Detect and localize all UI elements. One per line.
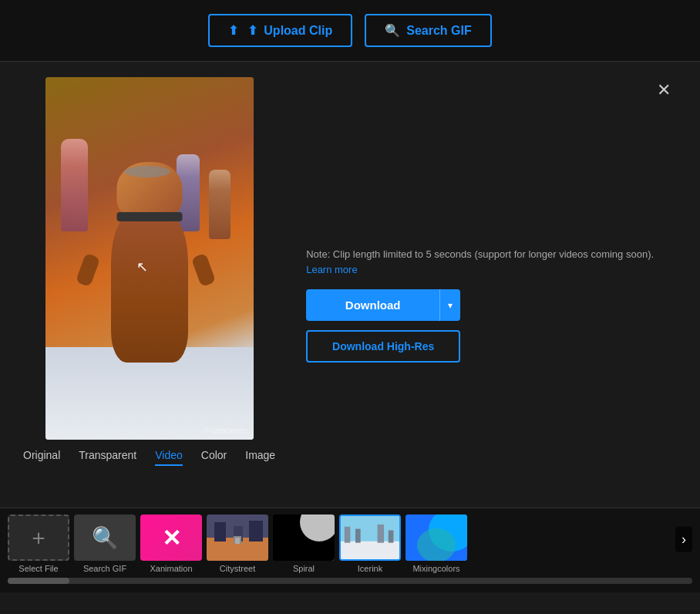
svg-rect-6 [235,538,240,544]
frisbee [124,166,170,177]
icerink-svg [341,514,399,561]
tab-color[interactable]: Color [201,449,227,466]
svg-point-17 [417,528,456,561]
film-item-spiral[interactable]: Spiral [273,514,335,573]
upload-clip-button[interactable]: ⬆ Upload Clip [208,14,352,47]
tabs-row: Original Transparent Video Color Image [23,449,275,466]
svg-rect-12 [355,529,361,543]
film-item-icerink[interactable]: Icerink [339,514,401,573]
bg-figure-1 [61,139,88,231]
learn-more-link[interactable]: Learn more [306,264,357,275]
filmstrip-scrollbar[interactable] [8,578,692,584]
download-dropdown-button[interactable]: ▾ [439,289,460,321]
filmstrip: ＋ Select File 🔍 Search GIF ✕ Xanimation [8,514,692,573]
upload-icon: ⬆ [247,23,257,38]
search-gif-thumb: 🔍 [74,514,136,561]
filmstrip-next-button[interactable]: › [675,527,692,552]
main-content: ↖ © unscreen Original Transparent Video … [0,62,700,508]
spiral-thumb [273,514,335,561]
svg-rect-14 [389,531,394,543]
film-item-select-file[interactable]: ＋ Select File [8,514,69,573]
search-gif-label: Search GIF [406,24,471,38]
search-film-icon: 🔍 [92,525,119,551]
mixingcolors-label: Mixingcolors [412,564,459,573]
paw-right [190,253,215,287]
spiral-svg [273,514,335,561]
svg-rect-13 [378,525,385,543]
search-gif-button[interactable]: 🔍 Search GIF [365,14,491,47]
bg-figure-3 [209,170,231,239]
tab-original[interactable]: Original [23,449,60,466]
filmstrip-scrollbar-thumb [8,578,69,584]
film-item-mixingcolors[interactable]: Mixingcolors [406,514,467,573]
citystreet-thumb [207,514,268,561]
download-button[interactable]: Download [306,289,439,321]
watermark: © unscreen [204,426,247,435]
select-file-label: Select File [19,564,58,573]
preview-area: ↖ © unscreen Original Transparent Video … [23,77,275,500]
spiral-label: Spiral [293,564,315,573]
plus-icon: ＋ [28,523,49,552]
svg-rect-11 [345,527,351,543]
tab-video[interactable]: Video [155,449,183,466]
citystreet-label: Citystreet [220,564,255,573]
xanim-icon: ✕ [162,525,181,552]
mixingcolors-svg [406,514,467,561]
xanimation-thumb: ✕ [140,514,202,561]
top-bar: ⬆ Upload Clip 🔍 Search GIF [0,0,700,62]
filmstrip-area: ＋ Select File 🔍 Search GIF ✕ Xanimation [0,508,700,592]
right-panel: ✕ Note: Clip length limited to 5 seconds… [291,77,677,500]
icerink-thumb [339,514,401,561]
upload-clip-label: Upload Clip [264,24,332,38]
svg-rect-2 [214,522,226,541]
film-item-citystreet[interactable]: Citystreet [207,514,268,573]
mixingcolors-thumb [406,514,467,561]
tab-image[interactable]: Image [245,449,275,466]
paw-left [75,253,99,287]
select-file-thumb: ＋ [8,514,69,561]
dog-body [111,208,188,363]
search-gif-label: Search GIF [83,564,126,573]
close-button[interactable]: ✕ [651,77,677,103]
download-row: Download ▾ [306,289,460,321]
collar [116,212,182,221]
svg-rect-10 [341,541,399,560]
tab-transparent[interactable]: Transparent [79,449,136,466]
film-item-search-gif[interactable]: 🔍 Search GIF [74,514,136,573]
icerink-label: Icerink [358,564,382,573]
video-container: ↖ © unscreen [45,77,254,440]
note-text: Note: Clip length limited to 5 seconds (… [306,247,677,277]
film-item-xanimation[interactable]: ✕ Xanimation [140,514,202,573]
xanimation-label: Xanimation [150,564,192,573]
svg-rect-4 [249,521,263,541]
video-placeholder: ↖ © unscreen [45,77,254,440]
search-icon: 🔍 [385,23,400,38]
citystreet-svg [207,514,268,561]
download-highres-button[interactable]: Download High-Res [306,330,460,363]
